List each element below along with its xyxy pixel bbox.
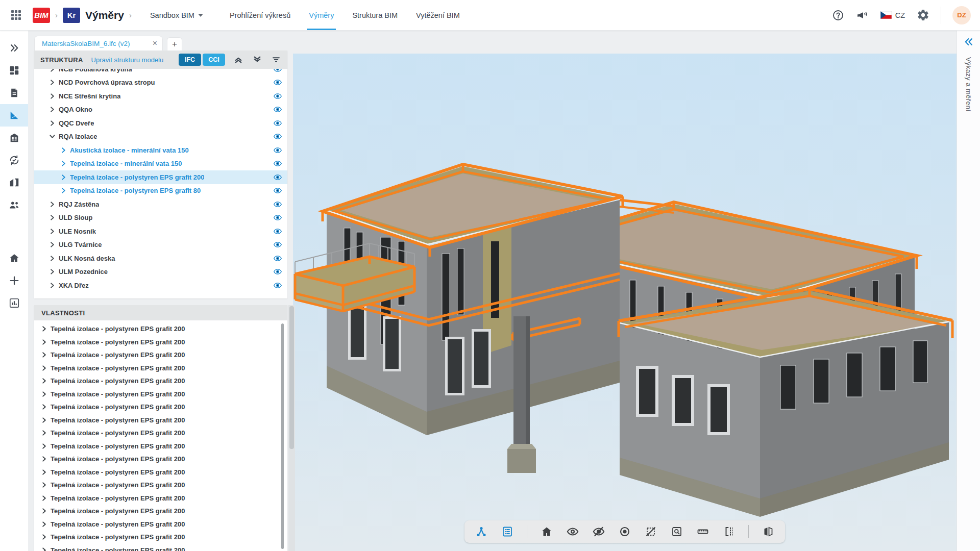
tree-row[interactable]: NCE Střešní krytina: [34, 89, 287, 103]
property-item-row[interactable]: Tepelná izolace - polystyren EPS grafit …: [34, 466, 287, 479]
visibility-eye-icon[interactable]: [273, 267, 282, 276]
chevron-right-icon[interactable]: [41, 482, 51, 488]
tree-row[interactable]: ULM Pozednice: [34, 265, 287, 279]
settings-gear-icon[interactable]: [916, 9, 929, 22]
chevron-right-icon[interactable]: [50, 215, 59, 220]
property-item-row[interactable]: Tepelná izolace - polystyren EPS grafit …: [34, 479, 287, 492]
chevron-right-icon[interactable]: [50, 80, 59, 85]
double-chevron-up-icon[interactable]: [233, 55, 243, 65]
chevron-down-icon[interactable]: [50, 134, 59, 139]
chevron-right-icon[interactable]: [50, 202, 59, 207]
visibility-eye-icon[interactable]: [273, 186, 282, 195]
visibility-eye-icon[interactable]: [273, 281, 282, 290]
property-item-row[interactable]: Tepelná izolace - polystyren EPS grafit …: [34, 388, 287, 401]
chevron-right-icon[interactable]: [50, 107, 59, 112]
chevron-right-icon[interactable]: [41, 417, 51, 423]
home-model-icon[interactable]: [0, 171, 28, 194]
document-icon[interactable]: [0, 82, 28, 104]
chevron-right-icon[interactable]: [50, 120, 59, 126]
property-item-row[interactable]: Tepelná izolace - polystyren EPS grafit …: [34, 492, 287, 505]
chevron-right-icon[interactable]: [41, 378, 51, 384]
chevron-right-icon[interactable]: [41, 508, 51, 514]
announcements-icon[interactable]: [856, 9, 869, 22]
visibility-eye-icon[interactable]: [273, 159, 282, 168]
nav-item-prohl-en-v-kres-[interactable]: Prohlížení výkresů: [220, 0, 300, 30]
property-item-row[interactable]: Tepelná izolace - polystyren EPS grafit …: [34, 348, 287, 362]
property-item-row[interactable]: Tepelná izolace - polystyren EPS grafit …: [34, 544, 287, 551]
bar-chart-icon[interactable]: [0, 292, 28, 314]
chevron-right-icon[interactable]: [50, 242, 59, 247]
close-icon[interactable]: ×: [153, 39, 157, 47]
visibility-eye-icon[interactable]: [273, 119, 282, 128]
double-chevron-left-icon[interactable]: [964, 37, 974, 49]
double-chevron-down-icon[interactable]: [252, 55, 262, 65]
chevron-right-icon[interactable]: [50, 93, 59, 99]
visibility-eye-icon[interactable]: [273, 213, 282, 222]
visibility-eye-icon[interactable]: [273, 200, 282, 209]
visibility-eye-icon[interactable]: [273, 132, 282, 141]
mode-toggle-cci[interactable]: CCI: [203, 54, 225, 66]
tree-row[interactable]: ULK Nosná deska: [34, 252, 287, 265]
tree-row[interactable]: Tepelná izolace - polystyren EPS grafit …: [34, 170, 287, 184]
double-chevron-right-icon[interactable]: [0, 37, 28, 59]
tree-row[interactable]: RQJ Zástěna: [34, 197, 287, 211]
document-tab[interactable]: MaterskaSkolaBIM_6.ifc (v2) ×: [34, 36, 163, 51]
chevron-right-icon[interactable]: [61, 188, 70, 193]
measure-triangle-icon[interactable]: [0, 104, 28, 127]
help-icon[interactable]: [831, 9, 845, 22]
chevron-right-icon[interactable]: [41, 495, 51, 501]
visibility-eye-icon[interactable]: [273, 78, 282, 87]
zoom-window-icon[interactable]: [670, 525, 683, 538]
visibility-eye-icon[interactable]: [273, 69, 282, 73]
tree-row[interactable]: Akustická izolace - minerální vata 150: [34, 143, 287, 157]
ruler-icon[interactable]: [696, 525, 709, 538]
property-item-row[interactable]: Tepelná izolace - polystyren EPS grafit …: [34, 518, 287, 531]
chevron-right-icon[interactable]: [50, 229, 59, 234]
eye-icon[interactable]: [566, 525, 579, 538]
chevron-right-icon[interactable]: [41, 534, 51, 540]
chevron-right-icon[interactable]: [41, 326, 51, 332]
tree-row[interactable]: ULG Tvárnice: [34, 238, 287, 252]
edit-structure-link[interactable]: Upravit strukturu modelu: [91, 56, 164, 64]
property-item-row[interactable]: Tepelná izolace - polystyren EPS grafit …: [34, 505, 287, 518]
building-icon[interactable]: [0, 127, 28, 149]
property-item-row[interactable]: Tepelná izolace - polystyren EPS grafit …: [34, 453, 287, 466]
chevron-right-icon[interactable]: [61, 174, 70, 180]
tree-row[interactable]: NCB Podlahová krytina: [34, 69, 287, 76]
people-icon[interactable]: [0, 194, 28, 216]
chevron-right-icon[interactable]: [41, 404, 51, 410]
property-item-row[interactable]: Tepelná izolace - polystyren EPS grafit …: [34, 440, 287, 453]
section-box-icon[interactable]: [722, 525, 736, 538]
tree-row[interactable]: XKA Dřez: [34, 279, 287, 292]
tree-row[interactable]: QQC Dveře: [34, 116, 287, 130]
chevron-right-icon[interactable]: [41, 430, 51, 436]
dashboard-icon[interactable]: [0, 59, 28, 82]
visibility-eye-icon[interactable]: [273, 173, 282, 182]
chevron-right-icon[interactable]: [41, 456, 51, 462]
visibility-eye-icon[interactable]: [273, 92, 282, 101]
chevron-right-icon[interactable]: [50, 269, 59, 274]
chevron-right-icon[interactable]: [41, 391, 51, 397]
user-avatar[interactable]: DZ: [952, 6, 971, 24]
panel-scrollbar[interactable]: [288, 305, 295, 551]
model-tree-icon[interactable]: [475, 525, 488, 538]
home-icon[interactable]: [0, 247, 28, 269]
eye-off-icon[interactable]: [592, 525, 605, 538]
plus-icon[interactable]: [0, 269, 28, 292]
property-item-row[interactable]: Tepelná izolace - polystyren EPS grafit …: [34, 427, 287, 440]
tree-row[interactable]: QQA Okno: [34, 103, 287, 117]
home-view-icon[interactable]: [540, 525, 553, 538]
bim-logo[interactable]: BIM: [33, 8, 50, 23]
model-viewer-3d[interactable]: [293, 54, 957, 551]
property-item-row[interactable]: Tepelná izolace - polystyren EPS grafit …: [34, 374, 287, 388]
new-tab-button[interactable]: +: [167, 37, 182, 51]
right-panel-title[interactable]: Výkazy a měření: [965, 57, 972, 112]
deselect-area-icon[interactable]: [644, 525, 657, 538]
tree-row[interactable]: RQA Izolace: [34, 130, 287, 144]
property-item-row[interactable]: Tepelná izolace - polystyren EPS grafit …: [34, 531, 287, 544]
visibility-eye-icon[interactable]: [273, 105, 282, 114]
visibility-eye-icon[interactable]: [273, 146, 282, 155]
sync-check-icon[interactable]: [0, 149, 28, 171]
project-selector[interactable]: Sandbox BIM: [150, 11, 203, 19]
app-grid-icon[interactable]: [11, 10, 21, 20]
